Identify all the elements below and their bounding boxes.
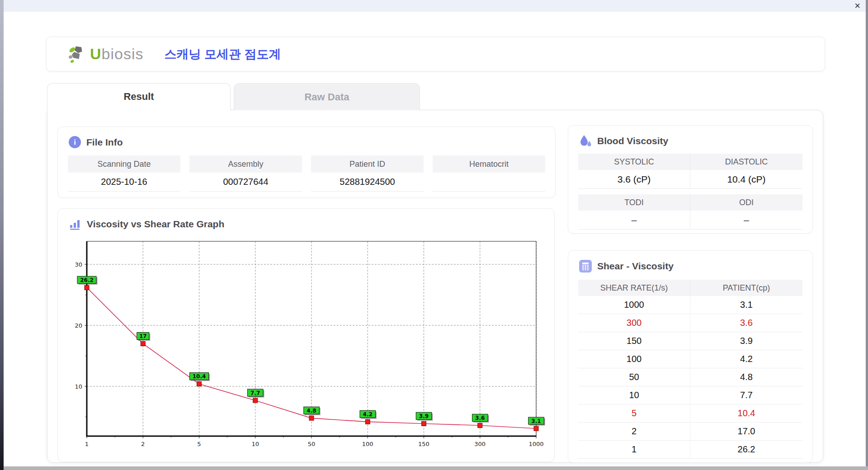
- file-info-field: Scanning Date2025-10-16: [68, 155, 180, 192]
- shear-viscosity-table: SHEAR RATE(1/s) PATIENT(cp) 10003.13003.…: [578, 280, 802, 459]
- file-info-field: Patient ID52881924500: [311, 155, 424, 192]
- shear-row: 504.8: [578, 368, 802, 386]
- shear-rate-cell: 300: [578, 314, 690, 332]
- field-value: 52881924500: [311, 173, 424, 192]
- svg-text:7.7: 7.7: [250, 390, 260, 396]
- shear-row: 126.2: [578, 441, 802, 459]
- todi-label: TODI: [578, 194, 690, 211]
- svg-text:150: 150: [418, 441, 429, 447]
- svg-text:30: 30: [75, 261, 82, 268]
- shear-rate-column-header: SHEAR RATE(1/s): [578, 280, 690, 296]
- diastolic-label: DIASTOLIC: [690, 154, 802, 170]
- svg-text:10: 10: [75, 383, 82, 390]
- shear-rate-cell: 100: [578, 350, 690, 368]
- svg-text:3.9: 3.9: [419, 413, 429, 419]
- odi-value: –: [690, 211, 802, 229]
- svg-text:4.8: 4.8: [307, 408, 316, 414]
- shear-rate-cell: 50: [578, 368, 690, 386]
- shear-rate-cell: 5: [578, 404, 690, 422]
- file-info-card: i File Info Scanning Date2025-10-16Assem…: [57, 127, 556, 198]
- graph-title: Viscosity vs Shear Rate Graph: [87, 219, 224, 230]
- header-card: Ubiosis 스캐닝 모세관 점도계: [46, 37, 825, 71]
- shear-row: 1004.2: [578, 350, 802, 368]
- patient-cell: 3.6: [690, 314, 802, 332]
- file-info-field: Hematocrit: [433, 155, 545, 192]
- field-value: [433, 173, 545, 192]
- field-label: Assembly: [189, 155, 302, 173]
- svg-text:5: 5: [197, 441, 201, 447]
- svg-text:1000: 1000: [528, 441, 543, 447]
- calculator-icon: [579, 260, 592, 273]
- patient-cell: 26.2: [690, 441, 802, 458]
- patient-cell: 3.1: [690, 296, 802, 314]
- field-value: 2025-10-16: [68, 173, 180, 192]
- blood-viscosity-title: Blood Viscosity: [597, 136, 668, 146]
- window-right-edge: [866, 0, 868, 470]
- window-titlebar: ×: [4, 0, 866, 12]
- content-panel: i File Info Scanning Date2025-10-16Assem…: [47, 110, 823, 463]
- svg-text:26.2: 26.2: [80, 277, 94, 283]
- tab-result[interactable]: Result: [47, 83, 231, 110]
- svg-text:4.2: 4.2: [363, 411, 373, 418]
- svg-text:10: 10: [251, 441, 259, 447]
- field-label: Scanning Date: [68, 155, 180, 173]
- blood-viscosity-table: SYSTOLIC DIASTOLIC 3.6 (cP) 10.4 (cP) TO…: [578, 154, 802, 230]
- systolic-value: 3.6 (cP): [578, 170, 690, 188]
- svg-text:2: 2: [141, 441, 145, 447]
- info-icon: i: [69, 136, 81, 148]
- droplet-icon: [579, 135, 592, 147]
- systolic-label: SYSTOLIC: [578, 154, 690, 170]
- tab-bar: Result Raw Data: [47, 83, 420, 110]
- odi-label: ODI: [690, 194, 802, 211]
- shear-rate-cell: 10: [578, 386, 690, 404]
- graph-card: Viscosity vs Shear Rate Graph 1251050100…: [57, 208, 555, 462]
- shear-row: 10003.1: [578, 296, 802, 314]
- patient-cell: 17.0: [690, 423, 802, 440]
- field-label: Patient ID: [311, 155, 424, 173]
- brand-name: Ubiosis: [90, 45, 144, 63]
- shear-rate-cell: 1: [578, 441, 690, 458]
- file-info-fields: Scanning Date2025-10-16Assembly000727644…: [68, 155, 545, 192]
- viscosity-chart: 1251050100150300100010203026.21710.47.74…: [66, 236, 546, 451]
- window-left-edge: [0, 0, 4, 470]
- patient-cell: 7.7: [690, 386, 802, 404]
- shear-viscosity-title: Shear - Viscosity: [597, 261, 674, 272]
- svg-text:10.4: 10.4: [193, 373, 206, 380]
- app-title: 스캐닝 모세관 점도계: [165, 46, 281, 62]
- file-info-title: File Info: [86, 137, 123, 148]
- brand-logo: Ubiosis: [67, 45, 144, 64]
- svg-text:1: 1: [85, 441, 89, 447]
- leaf-logo-icon: [67, 45, 88, 64]
- window-bottom-edge: [4, 466, 868, 470]
- field-value: 000727644: [189, 173, 302, 192]
- patient-cell: 4.8: [690, 368, 802, 386]
- svg-text:300: 300: [474, 441, 486, 447]
- svg-text:50: 50: [308, 441, 316, 447]
- shear-table-body: 10003.13003.61503.91004.2504.8107.7510.4…: [578, 296, 802, 459]
- svg-text:100: 100: [362, 441, 373, 447]
- shear-rate-cell: 150: [578, 332, 690, 350]
- svg-text:20: 20: [75, 322, 82, 329]
- svg-text:3.1: 3.1: [531, 418, 541, 424]
- patient-cell: 4.2: [690, 350, 802, 368]
- todi-value: –: [578, 211, 690, 229]
- svg-text:3.6: 3.6: [475, 415, 485, 421]
- patient-cell: 10.4: [690, 404, 802, 422]
- field-label: Hematocrit: [433, 155, 545, 173]
- shear-rate-cell: 2: [578, 423, 690, 440]
- svg-text:17: 17: [139, 333, 147, 339]
- shear-row: 217.0: [578, 423, 802, 441]
- shear-row: 1503.9: [578, 332, 802, 350]
- close-icon[interactable]: ×: [854, 0, 860, 11]
- patient-cell: 3.9: [690, 332, 802, 350]
- bar-chart-icon: [69, 218, 81, 230]
- shear-row: 107.7: [578, 386, 802, 404]
- shear-row: 3003.6: [578, 314, 802, 332]
- shear-viscosity-card: Shear - Viscosity SHEAR RATE(1/s) PATIEN…: [568, 250, 813, 463]
- blood-viscosity-card: Blood Viscosity SYSTOLIC DIASTOLIC 3.6 (…: [568, 125, 813, 234]
- shear-row: 510.4: [578, 404, 802, 423]
- diastolic-value: 10.4 (cP): [690, 170, 802, 188]
- shear-rate-cell: 1000: [578, 296, 690, 314]
- patient-column-header: PATIENT(cp): [690, 280, 802, 296]
- tab-raw-data[interactable]: Raw Data: [234, 83, 420, 110]
